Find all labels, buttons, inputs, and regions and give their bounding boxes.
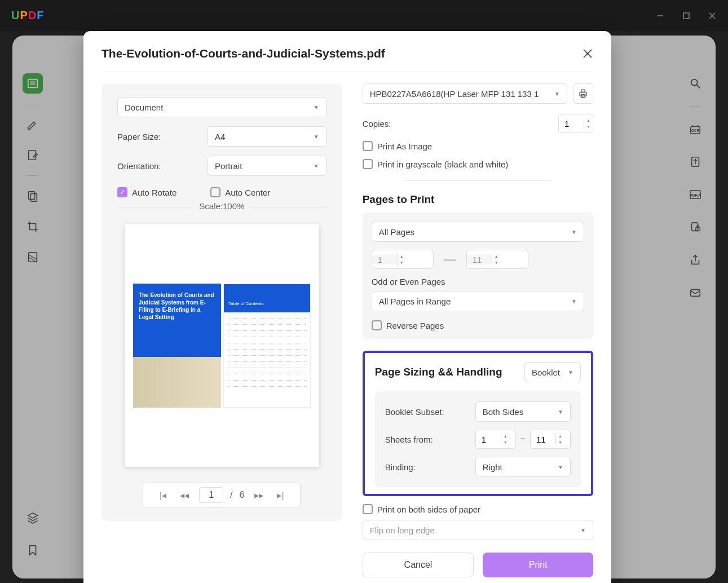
chevron-down-icon: ▼ [571,229,577,235]
current-page-input[interactable]: 1 [199,487,223,503]
window-controls [656,11,717,20]
checkbox-icon [363,159,373,169]
booklet-subset-select[interactable]: Both Sides ▼ [475,401,571,422]
chevron-down-icon: ▼ [580,527,586,533]
checkbox-icon [363,504,373,514]
paper-size-value: A4 [215,132,225,142]
duplex-checkbox[interactable]: Print on both sides of paper [363,504,593,514]
auto-center-label: Auto Center [225,188,270,197]
booklet-subset-value: Both Sides [483,407,524,417]
chevron-down-icon: ▼ [558,409,563,415]
page-sizing-title: Page Sizing && Handling [375,366,502,378]
prev-page-button[interactable]: ◂◂ [177,490,192,501]
sheets-from-label: Sheets from: [385,435,475,444]
pager-separator: / [230,490,232,500]
print-button[interactable]: Print [483,553,593,577]
reverse-pages-label: Reverse Pages [386,321,444,330]
last-page-button[interactable]: ▸| [273,490,287,501]
total-pages: 6 [240,490,245,500]
binding-select[interactable]: Right ▼ [475,457,571,477]
chevron-down-icon: ▼ [314,134,319,140]
scale-label: Scale:100% [192,201,251,211]
chevron-down-icon: ▼ [314,104,319,111]
printer-properties-button[interactable] [573,83,593,104]
chevron-down-icon: ▼ [558,464,563,470]
odd-even-label: Odd or Even Pages [372,277,584,286]
binding-value: Right [483,462,502,472]
sheets-from-input[interactable]: ▲▼ [475,430,516,449]
preview-panel: Document ▼ Paper Size: A4 ▼ Orientation: [102,83,342,577]
orientation-value: Portrait [215,161,242,171]
preview-left-title: The Evolution of Courts and Judicial Sys… [139,292,216,321]
svg-rect-28 [581,90,585,92]
odd-even-select[interactable]: All Pages in Range ▼ [372,291,584,311]
page-sizing-section: Page Sizing && Handling Booklet ▼ Bookle… [363,351,593,496]
print-grayscale-checkbox[interactable]: Print in grayscale (black and white) [363,159,593,169]
checkbox-icon [210,187,220,197]
paper-size-select[interactable]: A4 ▼ [208,126,327,147]
spin-down[interactable]: ▼ [584,123,593,130]
page-range-value: All Pages [379,227,414,237]
main-area: OCR PDF/A The-Evolution-of-Courts-and-Ju… [0,31,728,583]
chevron-down-icon: ▼ [554,91,560,97]
sizing-mode-select[interactable]: Booklet ▼ [524,362,581,382]
printer-select[interactable]: HPB0227A5A6618(HP Laser MFP 131 133 1 ▼ [363,83,567,104]
print-mode-value: Document [125,103,163,112]
auto-rotate-label: Auto Rotate [132,188,177,197]
modal-title: The-Evolution-of-Courts-and-Judicial-Sys… [102,47,385,60]
copies-input[interactable]: ▲▼ [558,114,593,133]
preview-right-heading: Table of Contents [224,284,310,312]
close-icon[interactable] [582,48,593,59]
sheets-dash: ~ [520,434,526,444]
chevron-down-icon: ▼ [314,163,319,169]
first-page-button[interactable]: |◂ [156,490,170,501]
print-mode-select[interactable]: Document ▼ [117,97,327,117]
titlebar: UPDF [0,0,728,31]
paper-size-label: Paper Size: [117,132,208,142]
odd-even-value: All Pages in Range [379,297,451,306]
reverse-pages-checkbox[interactable]: Reverse Pages [372,320,584,330]
preview-pager: |◂ ◂◂ 1 / 6 ▸▸ ▸| [143,483,301,507]
minimize-button[interactable] [656,11,665,20]
cancel-button[interactable]: Cancel [363,553,474,577]
flip-value: Flip on long edge [370,525,435,535]
checkbox-icon [372,320,382,330]
printer-value: HPB0227A5A6618(HP Laser MFP 131 133 1 [370,89,539,99]
svg-rect-1 [683,13,689,19]
page-range-select[interactable]: All Pages ▼ [372,222,584,242]
flip-select[interactable]: Flip on long edge ▼ [363,520,593,540]
auto-center-checkbox[interactable]: Auto Center [210,187,270,197]
close-window-button[interactable] [708,11,717,20]
orientation-label: Orientation: [117,161,208,171]
binding-label: Binding: [385,462,475,472]
chevron-down-icon: ▼ [571,298,577,304]
app-logo: UPDF [11,9,44,22]
checkbox-icon [363,141,373,151]
page-from-input[interactable]: ▲▼ [372,250,434,269]
duplex-label: Print on both sides of paper [377,505,480,514]
chevron-down-icon: ▼ [568,369,573,376]
spin-up[interactable]: ▲ [584,117,593,123]
modal-header: The-Evolution-of-Courts-and-Judicial-Sys… [102,47,593,72]
print-grayscale-label: Print in grayscale (black and white) [377,160,509,169]
sheets-to-input[interactable]: ▲▼ [530,430,571,449]
print-dialog: The-Evolution-of-Courts-and-Judicial-Sys… [83,31,611,583]
copies-label: Copies: [363,119,391,129]
next-page-button[interactable]: ▸▸ [251,490,267,501]
sizing-mode-value: Booklet [532,368,560,377]
print-as-image-label: Print As Image [377,142,433,151]
svg-rect-27 [580,92,586,96]
print-as-image-checkbox[interactable]: Print As Image [363,141,593,151]
pages-to-print-title: Pages to Print [363,193,593,206]
copies-field[interactable] [559,119,584,129]
maximize-button[interactable] [682,11,691,20]
orientation-select[interactable]: Portrait ▼ [208,156,327,176]
auto-rotate-checkbox[interactable]: ✓ Auto Rotate [117,187,177,197]
page-to-input[interactable]: ▲▼ [466,250,528,269]
preview-page: The Evolution of Courts and Judicial Sys… [125,224,319,467]
checkbox-checked-icon: ✓ [117,187,127,197]
booklet-subset-label: Booklet Subset: [385,407,475,417]
options-panel: HPB0227A5A6618(HP Laser MFP 131 133 1 ▼ … [363,83,593,577]
range-dash: — [444,252,456,267]
